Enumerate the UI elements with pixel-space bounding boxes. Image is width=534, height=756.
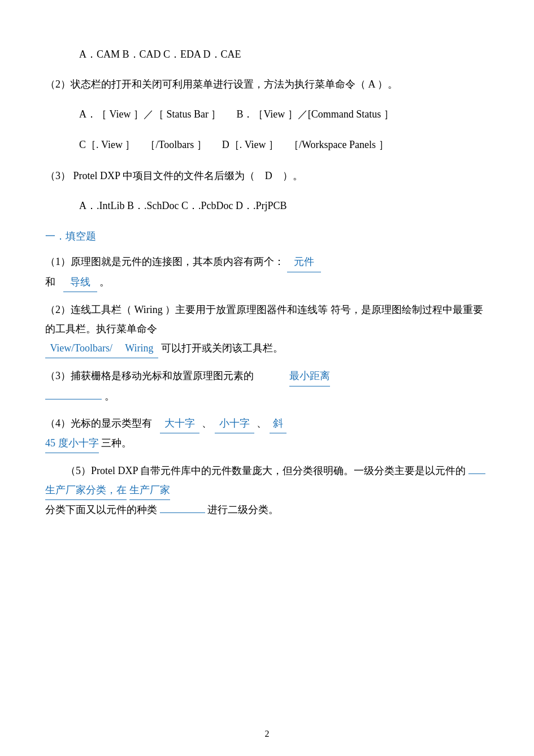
fill3-ans-cont [45,399,102,399]
fill1-end: 。 [99,276,110,288]
fill1-ans1: 元件 [287,252,321,272]
q3-section: （3） Protel DXP 中项目文件的文件名后缀为（ D ）。 A．.Int… [45,166,489,216]
fill-item-3: （3）捕获栅格是移动光标和放置原理图元素的 最小距离 。 [45,366,489,405]
fill5-pre1-text: （5）Protel DXP 自带元件库中的元件数量庞大，但分类很明确。一级分类主… [45,465,466,476]
q1-options-text: A．CAM B．CAD C．EDA D．CAE [79,49,241,60]
fill1-mid: 和 [45,276,55,288]
page-number: 2 [265,729,270,739]
fill2-pre1: （2）连线工具栏（ Wiring ）主要用于放置原理图器件和连线等 符号，是原理… [45,304,483,334]
fill3-ans: 最小距离 [289,366,330,386]
q2-optD: D［. View ］ ［/Workspace Panels ］ [222,139,389,150]
q2-section: （2）状态栏的打开和关闭可利用菜单进行设置，方法为执行菜单命令（ A ）。 A．… [45,75,489,155]
q2-options-cd: C［. View ］ ［/Toolbars ］ D［. View ］ ［/Wor… [79,134,489,155]
q3-text: （3） Protel DXP 中项目文件的文件名后缀为（ D ）。 [45,166,489,185]
fill2-end: 可以打开或关闭该工具栏。 [161,342,283,354]
q2-optA: A．［ View ］／［ Status Bar ］ [79,108,221,120]
fill4-ans1: 大十字 [160,414,199,433]
q3-options: A．.IntLib B．.SchDoc C．.PcbDoc D．.PrjPCB [79,195,489,216]
fill-item-5: （5）Protel DXP 自带元件库中的元件数量庞大，但分类很明确。一级分类主… [45,461,489,520]
fill5-blank1 [468,473,485,474]
fill3-end: 。 [105,390,115,402]
fill5-end: 进行二级分类。 [207,504,279,515]
fill4-ans2: 小十字 [215,414,254,433]
fill4-mid1: 、 [202,418,212,429]
fill5-ans3 [160,512,205,513]
q2-optC: C［. View ］ ［/Toolbars ］ [79,139,207,150]
section-title: 一．填空题 [45,229,489,243]
fill-item-1: （1）原理图就是元件的连接图，其本质内容有两个： 元件 和 导线 。 [45,252,489,292]
q3-label: （3） Protel DXP 中项目文件的文件名后缀为（ D ）。 [45,170,303,181]
fill4-pre: （4）光标的显示类型有 [45,418,152,429]
fill3-pre: （3）捕获栅格是移动光标和放置原理图元素的 [45,370,254,381]
fill4-mid2: 、 [257,418,267,429]
page: A．CAM B．CAD C．EDA D．CAE （2）状态栏的打开和关闭可利用菜… [0,0,534,756]
fill5-ans1: 生产厂家分类，在 [45,480,127,500]
fill-item-2: （2）连线工具栏（ Wiring ）主要用于放置原理图器件和连线等 符号，是原理… [45,300,489,359]
fill4-end: 三种。 [101,437,132,449]
q1-options: A．CAM B．CAD C．EDA D．CAE [79,44,489,64]
q2-options-ab: A．［ View ］／［ Status Bar ］ B．［View ］／[Com… [79,104,489,124]
q3-options-text: A．.IntLib B．.SchDoc C．.PcbDoc D．.PrjPCB [79,200,287,211]
q2-text: （2）状态栏的打开和关闭可利用菜单进行设置，方法为执行菜单命令（ A ）。 [45,75,489,94]
fill4-ans3: 45 度小十字 [45,433,99,453]
q2-optB: B．［View ］／[Command Status ］ [236,108,393,120]
fill5-mid: 分类下面又以元件的种类 [45,504,157,515]
fill-item-4: （4）光标的显示类型有 大十字 、 小十字 、 斜 45 度小十字 三种。 [45,414,489,453]
q2-label: （2）状态栏的打开和关闭可利用菜单进行设置，方法为执行菜单命令（ A ）。 [45,79,398,90]
fill5-ans2: 生产厂家 [129,480,170,500]
fill1-pre: （1）原理图就是元件的连接图，其本质内容有两个： [45,256,284,267]
fill1-ans2: 导线 [63,272,97,292]
fill4-ans3-pre: 斜 [270,414,286,433]
fill2-ans: View/Toolbars/ Wiring [45,338,158,358]
